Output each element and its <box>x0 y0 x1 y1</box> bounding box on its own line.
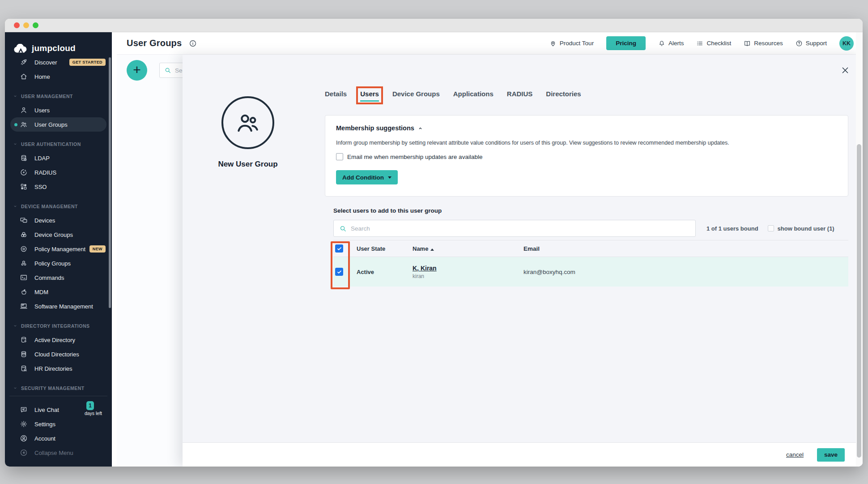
topnav-product-tour[interactable]: Product Tour <box>549 40 594 47</box>
sidebar-scrollbar[interactable] <box>109 57 111 308</box>
membership-suggestions-toggle[interactable]: Membership suggestions <box>336 124 424 132</box>
sidebar-item-devices[interactable]: Devices <box>5 213 112 227</box>
user-group-icon <box>20 120 28 128</box>
sidebar-item-home[interactable]: Home <box>5 69 112 84</box>
sidebar-item-discover[interactable]: DiscoverGET STARTED <box>5 55 112 69</box>
sidebar-section-user-authentication[interactable]: USER AUTHENTICATION <box>5 137 112 151</box>
sidebar-item-mdm[interactable]: MDM <box>5 285 112 299</box>
column-header-name[interactable]: Name <box>413 245 523 252</box>
sidebar-item-label: Active Directory <box>34 337 75 343</box>
sidebar-item-settings[interactable]: Settings <box>5 417 112 431</box>
sidebar-item-label: Cloud Directories <box>34 351 79 358</box>
sidebar-item-ldap[interactable]: LDAP <box>5 151 112 165</box>
cancel-button[interactable]: cancel <box>786 451 804 458</box>
search-icon <box>339 225 347 232</box>
sidebar-item-policy-management[interactable]: Policy ManagementNEW <box>5 242 112 256</box>
user-group-avatar-icon <box>234 109 262 137</box>
rocket-icon <box>20 58 28 66</box>
sidebar-item-account[interactable]: Account <box>5 431 112 445</box>
days-left-count-badge: 1 <box>86 401 94 410</box>
tab-users[interactable]: Users <box>360 90 379 98</box>
check-icon <box>336 269 342 275</box>
sidebar-item-device-groups[interactable]: Device Groups <box>5 227 112 242</box>
drawer-footer: cancel save <box>183 442 863 467</box>
sidebar-item-policy-groups[interactable]: Policy Groups <box>5 256 112 270</box>
user-state-cell: Active <box>357 269 413 275</box>
sidebar-item-active-directory[interactable]: Active Directory <box>5 333 112 347</box>
tab-radius[interactable]: RADIUS <box>507 90 533 98</box>
brand-name: jumpcloud <box>32 43 76 53</box>
sidebar-item-user-groups[interactable]: User Groups <box>10 117 106 132</box>
sidebar-item-hr-directories[interactable]: HR Directories <box>5 361 112 376</box>
sidebar-item-label: Live Chat <box>34 407 59 413</box>
sidebar-item-software-management[interactable]: Software Management <box>5 299 112 313</box>
window-close-button[interactable] <box>14 22 20 28</box>
column-header-user-state: User State <box>357 245 413 252</box>
drawer-tabs: DetailsUsersDevice GroupsApplicationsRAD… <box>325 84 581 103</box>
add-user-group-button[interactable]: + <box>127 60 147 81</box>
sidebar-section-user-management[interactable]: USER MANAGEMENT <box>5 90 112 103</box>
membership-suggestions-description: Inform group membership by setting relev… <box>336 140 729 146</box>
sidebar-item-users[interactable]: Users <box>5 103 112 117</box>
sidebar-item-sso[interactable]: SSO <box>5 180 112 194</box>
tab-directories[interactable]: Directories <box>546 90 581 98</box>
window-scrollbar[interactable] <box>856 32 863 467</box>
email-updates-checkbox[interactable] <box>336 153 343 160</box>
window-zoom-button[interactable] <box>33 22 38 28</box>
avatar[interactable]: KK <box>839 36 854 51</box>
table-row[interactable]: ActiveK, Kirankirankiran@boxyhq.com <box>333 257 848 287</box>
window-titlebar <box>5 19 863 32</box>
chevron-up-icon <box>417 125 424 132</box>
users-search <box>333 220 696 237</box>
laptop-icon <box>20 302 28 310</box>
pricing-button[interactable]: Pricing <box>606 36 646 50</box>
window-minimize-button[interactable] <box>23 22 29 28</box>
sidebar-item-commands[interactable]: Commands <box>5 270 112 285</box>
show-bound-user-checkbox[interactable] <box>768 225 774 231</box>
sidebar: jumpcloud DiscoverGET STARTEDHomeUSER MA… <box>5 32 112 467</box>
tab-device-groups[interactable]: Device Groups <box>392 90 440 98</box>
bell-icon <box>658 40 665 47</box>
user-icon <box>20 106 28 114</box>
sidebar-item-cloud-directories[interactable]: Cloud Directories <box>5 347 112 361</box>
sidebar-item-label: Policy Management <box>34 246 85 253</box>
sidebar-section-security-management[interactable]: SECURITY MANAGEMENT <box>5 381 112 395</box>
users-search-input[interactable] <box>351 225 619 232</box>
info-icon[interactable] <box>189 39 197 47</box>
sidebar-item-radius[interactable]: RADIUS <box>5 165 112 180</box>
sidebar-item-label: Device Groups <box>34 231 73 238</box>
jumpcloud-cloud-icon <box>13 44 28 53</box>
close-icon[interactable] <box>840 65 850 75</box>
hr-db-icon <box>20 364 28 373</box>
add-condition-button[interactable]: Add Condition <box>336 170 398 184</box>
topnav: Product TourPricingAlertsChecklistResour… <box>549 36 854 51</box>
user-email-cell: kiran@boxyhq.com <box>523 269 848 275</box>
tab-details[interactable]: Details <box>325 90 347 98</box>
cloud-db-icon <box>20 350 28 358</box>
topnav-support[interactable]: Support <box>796 40 827 47</box>
sidebar-section-directory-integrations[interactable]: DIRECTORY INTEGRATIONS <box>5 319 112 333</box>
row-select-cell <box>333 268 357 276</box>
topnav-checklist[interactable]: Checklist <box>696 40 731 47</box>
sidebar-item-label: SSO <box>34 184 47 190</box>
row-checkbox[interactable] <box>335 268 343 276</box>
sidebar-item-label: User Groups <box>34 121 68 128</box>
select-all-checkbox[interactable] <box>335 244 343 253</box>
topnav-resources[interactable]: Resources <box>744 40 783 47</box>
save-button[interactable]: save <box>817 448 845 462</box>
sidebar-item-collapse-menu[interactable]: Collapse Menu <box>5 445 112 460</box>
caret-down-icon <box>388 176 391 179</box>
users-table: User StateNameEmailActiveK, Kirankiranki… <box>333 240 848 287</box>
window-scrollbar-thumb[interactable] <box>857 144 861 458</box>
topnav-label: Resources <box>754 40 783 47</box>
devices-icon <box>20 216 28 224</box>
tab-applications[interactable]: Applications <box>453 90 494 98</box>
topnav-alerts[interactable]: Alerts <box>658 40 684 47</box>
book-icon <box>744 40 751 47</box>
user-username: kiran <box>413 273 523 279</box>
info-icon <box>189 39 197 47</box>
user-name-link[interactable]: K, Kiran <box>413 265 523 272</box>
sidebar-item-live-chat[interactable]: Live Chat1 days left <box>5 403 112 417</box>
sidebar-section-device-management[interactable]: DEVICE MANAGEMENT <box>5 200 112 213</box>
new-user-group-drawer: New User Group DetailsUsersDevice Groups… <box>183 55 863 467</box>
